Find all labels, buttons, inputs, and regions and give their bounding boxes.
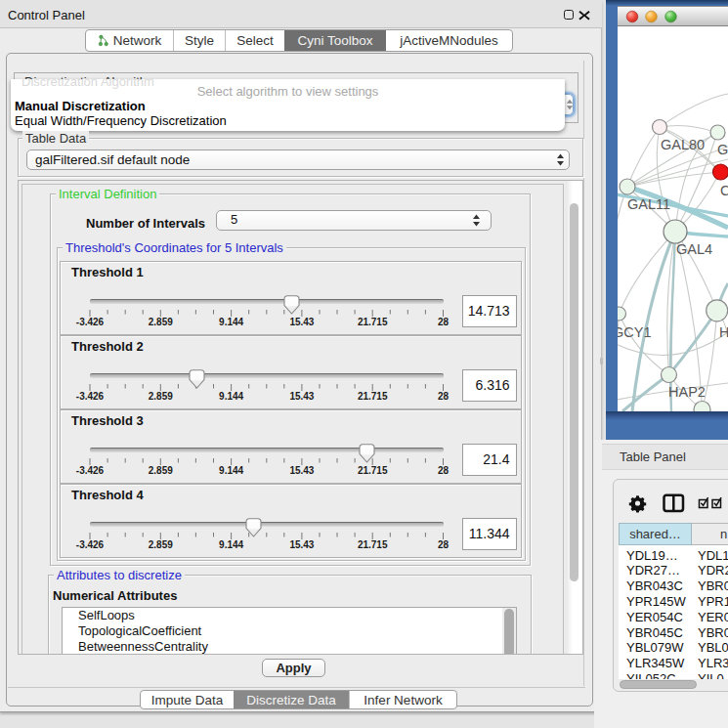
svg-text:28: 28 — [438, 465, 450, 476]
svg-text:HS: HS — [719, 324, 728, 340]
svg-text:28: 28 — [438, 317, 450, 327]
svg-text:HAP2: HAP2 — [668, 384, 706, 400]
svg-text:9.144: 9.144 — [219, 465, 243, 476]
svg-text:CD: CD — [720, 183, 728, 198]
svg-text:-3.426: -3.426 — [76, 539, 105, 550]
svg-text:2.859: 2.859 — [149, 317, 173, 327]
svg-text:GCY1: GCY1 — [618, 324, 652, 340]
svg-text:GAL80: GAL80 — [661, 137, 705, 152]
svg-text:-3.426: -3.426 — [76, 465, 105, 476]
svg-text:15.43: 15.43 — [289, 465, 314, 476]
svg-text:15.43: 15.43 — [289, 391, 314, 402]
svg-text:2.859: 2.859 — [149, 391, 173, 402]
svg-text:28: 28 — [438, 539, 450, 550]
svg-text:21.715: 21.715 — [358, 465, 388, 476]
svg-text:21.715: 21.715 — [358, 317, 388, 327]
svg-text:-3.426: -3.426 — [76, 391, 105, 402]
svg-text:-3.426: -3.426 — [76, 317, 105, 327]
svg-text:GAL4: GAL4 — [676, 241, 712, 257]
svg-text:21.715: 21.715 — [358, 391, 388, 402]
svg-text:GA: GA — [717, 142, 728, 157]
svg-text:9.144: 9.144 — [219, 539, 243, 550]
svg-text:9.144: 9.144 — [219, 391, 243, 402]
svg-text:2.859: 2.859 — [149, 465, 173, 476]
svg-text:15.43: 15.43 — [289, 317, 314, 327]
svg-text:2.859: 2.859 — [149, 539, 173, 550]
svg-text:15.43: 15.43 — [289, 539, 314, 550]
svg-text:28: 28 — [438, 391, 450, 402]
svg-text:GAL11: GAL11 — [627, 196, 670, 212]
svg-text:21.715: 21.715 — [358, 539, 388, 550]
svg-text:9.144: 9.144 — [219, 317, 243, 327]
